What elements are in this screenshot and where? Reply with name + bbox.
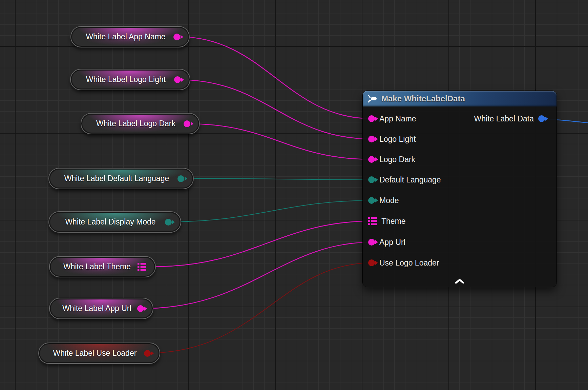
wire-use-loader[interactable] [148, 263, 373, 353]
enum-output-pin[interactable] [165, 219, 172, 226]
pin-label: White Label Data [474, 114, 534, 123]
output-row-white-label-data: White Label Data [474, 114, 545, 123]
input-row-app-name: App Name [368, 114, 416, 123]
pin-label: App Name [379, 114, 416, 123]
input-pin[interactable] [368, 176, 375, 183]
input-row-mode: Mode [368, 196, 399, 205]
node-header[interactable]: Make WhiteLabelData [363, 91, 556, 106]
chevron-up-icon [455, 279, 464, 284]
var-node-white-label-default-language[interactable]: White Label Default Language [48, 168, 194, 189]
input-row-theme: Theme [368, 216, 406, 226]
var-node-white-label-app-url[interactable]: White Label App Url [49, 298, 153, 319]
blueprint-graph-canvas[interactable]: White Label App Name White Label Logo Li… [0, 0, 588, 390]
pin-label: Use Logo Loader [379, 258, 439, 268]
input-row-default-language: Default Language [368, 175, 441, 184]
output-pin[interactable] [538, 115, 545, 122]
struct-input-pin-icon[interactable] [368, 217, 377, 226]
var-node-label: White Label App Url [62, 304, 131, 313]
node-title: Make WhiteLabelData [381, 94, 465, 103]
var-node-white-label-use-loader[interactable]: White Label Use Loader [38, 343, 160, 364]
pin-label: Default Language [379, 175, 441, 184]
var-node-label: White Label Default Language [64, 174, 169, 183]
input-row-use-logo-loader: Use Logo Loader [368, 258, 439, 268]
var-node-label: White Label Display Mode [65, 217, 155, 227]
wire-app-name[interactable] [177, 37, 373, 119]
string-output-pin[interactable] [137, 305, 144, 312]
input-pin[interactable] [368, 197, 375, 204]
make-whitelabeldata-node[interactable]: Make WhiteLabelData App Name Logo Light … [363, 91, 556, 287]
input-pin[interactable] [368, 156, 375, 163]
input-pin[interactable] [368, 136, 375, 142]
pin-label: Theme [381, 217, 406, 226]
enum-output-pin[interactable] [177, 175, 184, 182]
var-node-label: White Label App Name [86, 32, 165, 41]
wire-theme[interactable] [155, 221, 371, 267]
wire-display-mode[interactable] [169, 200, 373, 222]
bool-output-pin[interactable] [144, 350, 151, 357]
var-node-white-label-display-mode[interactable]: White Label Display Mode [48, 211, 181, 233]
var-node-label: White Label Logo Light [86, 75, 166, 84]
string-output-pin[interactable] [173, 34, 180, 40]
wire-app-url[interactable] [141, 242, 373, 309]
var-node-label: White Label Logo Dark [96, 119, 175, 128]
pin-label: App Url [379, 238, 405, 247]
var-node-label: White Label Theme [63, 262, 131, 271]
wire-logo-light[interactable] [178, 80, 373, 139]
string-output-pin[interactable] [184, 120, 190, 127]
var-node-white-label-logo-dark[interactable]: White Label Logo Dark [81, 113, 200, 134]
pin-label: Mode [379, 196, 399, 205]
input-pin[interactable] [368, 115, 375, 122]
make-struct-icon [368, 94, 378, 103]
var-node-white-label-app-name[interactable]: White Label App Name [70, 26, 190, 47]
var-node-white-label-logo-light[interactable]: White Label Logo Light [70, 69, 190, 90]
pin-label: Logo Light [379, 135, 416, 144]
input-row-app-url: App Url [368, 237, 405, 247]
input-row-logo-light: Logo Light [368, 134, 416, 144]
var-node-white-label-theme[interactable]: White Label Theme [49, 256, 156, 277]
pin-label: Logo Dark [379, 155, 415, 164]
wire-logo-dark[interactable] [188, 124, 373, 159]
wire-default-language[interactable] [182, 178, 373, 180]
collapse-pins-button[interactable] [454, 278, 465, 285]
string-output-pin[interactable] [174, 76, 181, 83]
struct-output-pin-icon[interactable] [138, 262, 146, 271]
input-pin[interactable] [368, 259, 375, 266]
input-row-logo-dark: Logo Dark [368, 155, 415, 164]
input-pin[interactable] [368, 239, 375, 246]
var-node-label: White Label Use Loader [53, 349, 137, 358]
